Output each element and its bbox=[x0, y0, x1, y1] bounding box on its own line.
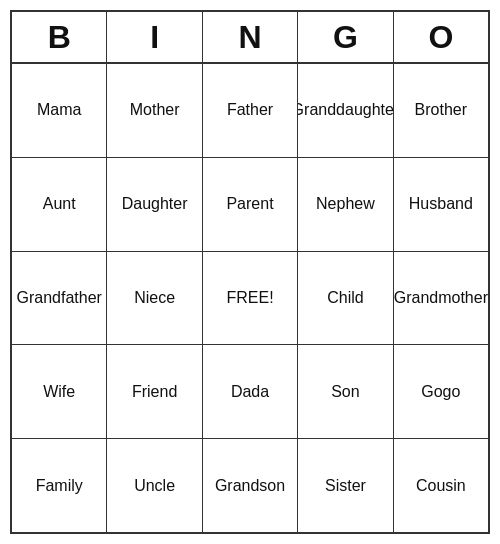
header-letter-n: N bbox=[203, 12, 298, 62]
bingo-cell-1-4: Husband bbox=[394, 158, 488, 251]
bingo-row-1: AuntDaughterParentNephewHusband bbox=[12, 158, 488, 252]
bingo-cell-0-2: Father bbox=[203, 64, 298, 157]
bingo-row-2: GrandfatherNieceFREE!ChildGrandmother bbox=[12, 252, 488, 346]
bingo-cell-3-4: Gogo bbox=[394, 345, 488, 438]
header-letter-b: B bbox=[12, 12, 107, 62]
bingo-cell-3-2: Dada bbox=[203, 345, 298, 438]
bingo-grid: MamaMotherFatherGranddaughterBrotherAunt… bbox=[12, 64, 488, 532]
bingo-cell-1-0: Aunt bbox=[12, 158, 107, 251]
bingo-row-4: FamilyUncleGrandsonSisterCousin bbox=[12, 439, 488, 532]
bingo-cell-0-1: Mother bbox=[107, 64, 202, 157]
bingo-cell-2-2: FREE! bbox=[203, 252, 298, 345]
bingo-cell-4-3: Sister bbox=[298, 439, 393, 532]
bingo-header: BINGO bbox=[12, 12, 488, 64]
bingo-cell-3-0: Wife bbox=[12, 345, 107, 438]
bingo-cell-1-3: Nephew bbox=[298, 158, 393, 251]
bingo-card: BINGO MamaMotherFatherGranddaughterBroth… bbox=[10, 10, 490, 534]
header-letter-g: G bbox=[298, 12, 393, 62]
bingo-cell-4-2: Grandson bbox=[203, 439, 298, 532]
bingo-cell-2-4: Grandmother bbox=[394, 252, 488, 345]
bingo-cell-3-3: Son bbox=[298, 345, 393, 438]
bingo-cell-3-1: Friend bbox=[107, 345, 202, 438]
bingo-cell-2-1: Niece bbox=[107, 252, 202, 345]
bingo-cell-1-2: Parent bbox=[203, 158, 298, 251]
bingo-cell-0-4: Brother bbox=[394, 64, 488, 157]
bingo-row-0: MamaMotherFatherGranddaughterBrother bbox=[12, 64, 488, 158]
bingo-cell-2-0: Grandfather bbox=[12, 252, 107, 345]
bingo-cell-4-0: Family bbox=[12, 439, 107, 532]
bingo-row-3: WifeFriendDadaSonGogo bbox=[12, 345, 488, 439]
bingo-cell-1-1: Daughter bbox=[107, 158, 202, 251]
bingo-cell-0-0: Mama bbox=[12, 64, 107, 157]
bingo-cell-4-4: Cousin bbox=[394, 439, 488, 532]
header-letter-o: O bbox=[394, 12, 488, 62]
bingo-cell-4-1: Uncle bbox=[107, 439, 202, 532]
bingo-cell-0-3: Granddaughter bbox=[298, 64, 393, 157]
bingo-cell-2-3: Child bbox=[298, 252, 393, 345]
header-letter-i: I bbox=[107, 12, 202, 62]
